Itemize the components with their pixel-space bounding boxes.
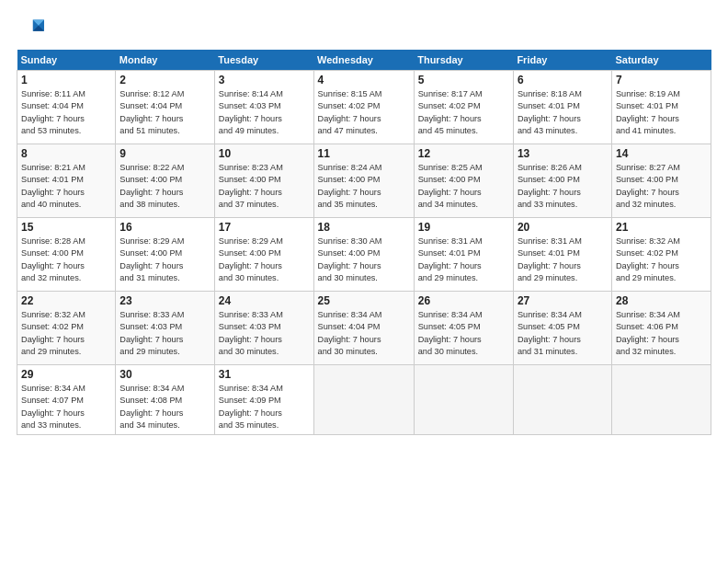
sunrise-label: Sunrise: 8:32 AM [21,310,85,319]
sunset-label: Sunset: 4:01 PM [518,101,580,110]
col-header-sunday: Sunday [17,50,116,71]
daylight-label: Daylight: 7 hours [616,188,679,197]
day-info: Sunrise: 8:32 AM Sunset: 4:02 PM Dayligh… [616,236,707,284]
daylight-minutes: and 29 minutes. [518,273,577,282]
day-number: 9 [119,147,210,160]
day-cell: 28 Sunrise: 8:34 AM Sunset: 4:06 PM Dayl… [611,292,711,365]
sunrise-label: Sunrise: 8:25 AM [418,163,483,172]
day-info: Sunrise: 8:34 AM Sunset: 4:06 PM Dayligh… [616,309,707,358]
sunrise-label: Sunrise: 8:28 AM [21,236,85,246]
sunrise-label: Sunrise: 8:14 AM [219,89,283,98]
sunrise-label: Sunrise: 8:27 AM [616,163,680,172]
sunrise-label: Sunrise: 8:34 AM [518,310,582,319]
daylight-minutes: and 45 minutes. [418,126,478,135]
sunset-label: Sunset: 4:00 PM [518,175,580,184]
daylight-label: Daylight: 7 hours [518,188,581,197]
sunset-label: Sunset: 4:03 PM [119,322,182,331]
sunset-label: Sunset: 4:05 PM [518,322,580,331]
sunrise-label: Sunrise: 8:23 AM [219,163,283,172]
daylight-label: Daylight: 7 hours [418,114,482,123]
day-info: Sunrise: 8:19 AM Sunset: 4:01 PM Dayligh… [616,88,707,137]
daylight-label: Daylight: 7 hours [119,188,183,197]
daylight-label: Daylight: 7 hours [119,408,183,418]
week-row-5: 29 Sunrise: 8:34 AM Sunset: 4:07 PM Dayl… [17,365,711,435]
day-number: 11 [318,147,410,160]
day-info: Sunrise: 8:30 AM Sunset: 4:00 PM Dayligh… [318,236,410,284]
day-info: Sunrise: 8:32 AM Sunset: 4:02 PM Dayligh… [21,309,111,358]
day-number: 23 [119,294,210,307]
sunrise-label: Sunrise: 8:18 AM [518,89,582,98]
daylight-label: Daylight: 7 hours [21,335,85,344]
day-number: 4 [318,74,410,86]
day-number: 30 [119,368,210,381]
day-number: 8 [21,147,111,160]
sunset-label: Sunset: 4:02 PM [616,248,678,258]
col-header-wednesday: Wednesday [313,50,414,71]
day-info: Sunrise: 8:22 AM Sunset: 4:00 PM Dayligh… [119,162,210,211]
day-info: Sunrise: 8:34 AM Sunset: 4:05 PM Dayligh… [418,309,509,358]
day-number: 6 [518,74,608,86]
sunset-label: Sunset: 4:00 PM [119,248,182,258]
day-number: 21 [616,221,707,234]
day-cell: 3 Sunrise: 8:14 AM Sunset: 4:03 PM Dayli… [214,71,313,144]
day-cell: 23 Sunrise: 8:33 AM Sunset: 4:03 PM Dayl… [116,292,215,365]
day-cell: 11 Sunrise: 8:24 AM Sunset: 4:00 PM Dayl… [313,144,414,218]
daylight-label: Daylight: 7 hours [119,261,183,270]
sunrise-label: Sunrise: 8:31 AM [418,236,483,246]
sunrise-label: Sunrise: 8:19 AM [616,89,680,98]
day-info: Sunrise: 8:33 AM Sunset: 4:03 PM Dayligh… [219,309,310,358]
daylight-minutes: and 29 minutes. [21,347,81,356]
day-cell: 31 Sunrise: 8:34 AM Sunset: 4:09 PM Dayl… [214,365,313,435]
daylight-minutes: and 40 minutes. [21,200,81,209]
daylight-label: Daylight: 7 hours [616,261,679,270]
daylight-minutes: and 32 minutes. [616,347,676,356]
day-number: 17 [219,221,310,234]
daylight-minutes: and 47 minutes. [318,126,378,135]
day-number: 16 [119,221,210,234]
daylight-minutes: and 30 minutes. [318,273,378,282]
daylight-label: Daylight: 7 hours [219,261,282,270]
sunrise-label: Sunrise: 8:11 AM [21,89,85,98]
sunrise-label: Sunrise: 8:12 AM [119,89,184,98]
sunrise-label: Sunrise: 8:24 AM [318,163,382,172]
sunrise-label: Sunrise: 8:30 AM [318,236,382,246]
daylight-minutes: and 30 minutes. [219,347,279,356]
daylight-label: Daylight: 7 hours [219,114,282,123]
day-cell: 22 Sunrise: 8:32 AM Sunset: 4:02 PM Dayl… [17,292,116,365]
day-cell: 17 Sunrise: 8:29 AM Sunset: 4:00 PM Dayl… [214,218,313,292]
col-header-monday: Monday [116,50,215,71]
day-info: Sunrise: 8:21 AM Sunset: 4:01 PM Dayligh… [21,162,111,211]
daylight-minutes: and 32 minutes. [616,200,676,209]
day-info: Sunrise: 8:23 AM Sunset: 4:00 PM Dayligh… [219,162,310,211]
daylight-minutes: and 43 minutes. [518,126,577,135]
day-number: 28 [616,294,707,307]
sunset-label: Sunset: 4:09 PM [219,396,281,405]
sunrise-label: Sunrise: 8:22 AM [119,163,184,172]
day-info: Sunrise: 8:34 AM Sunset: 4:05 PM Dayligh… [518,309,608,358]
day-number: 22 [21,294,111,307]
daylight-label: Daylight: 7 hours [21,261,85,270]
sunset-label: Sunset: 4:00 PM [418,175,481,184]
daylight-label: Daylight: 7 hours [219,408,282,418]
day-cell: 13 Sunrise: 8:26 AM Sunset: 4:00 PM Dayl… [513,144,611,218]
day-number: 25 [318,294,410,307]
day-info: Sunrise: 8:17 AM Sunset: 4:02 PM Dayligh… [418,88,509,137]
sunset-label: Sunset: 4:08 PM [119,396,182,405]
logo-icon [17,17,46,42]
daylight-minutes: and 53 minutes. [21,126,81,135]
daylight-minutes: and 51 minutes. [119,126,179,135]
sunset-label: Sunset: 4:04 PM [119,101,182,110]
day-cell: 18 Sunrise: 8:30 AM Sunset: 4:00 PM Dayl… [313,218,414,292]
daylight-minutes: and 29 minutes. [418,273,478,282]
day-number: 31 [219,368,310,381]
day-number: 26 [418,294,509,307]
week-row-1: 1 Sunrise: 8:11 AM Sunset: 4:04 PM Dayli… [17,71,711,144]
day-cell: 26 Sunrise: 8:34 AM Sunset: 4:05 PM Dayl… [414,292,513,365]
sunset-label: Sunset: 4:00 PM [616,175,678,184]
day-number: 13 [518,147,608,160]
daylight-label: Daylight: 7 hours [219,188,282,197]
sunrise-label: Sunrise: 8:33 AM [119,310,184,319]
day-cell: 1 Sunrise: 8:11 AM Sunset: 4:04 PM Dayli… [17,71,116,144]
sunset-label: Sunset: 4:04 PM [21,101,84,110]
sunset-label: Sunset: 4:02 PM [21,322,84,331]
